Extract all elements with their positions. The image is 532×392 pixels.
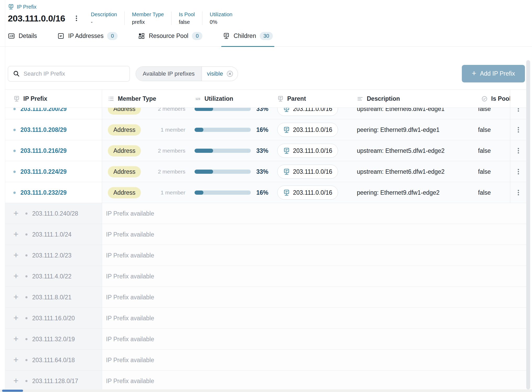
- breadcrumb: IP IP Prefix: [8, 4, 524, 10]
- numeric-icon: 123: [195, 96, 201, 102]
- id-card-icon: A: [8, 32, 15, 40]
- available-prefix-row: +203.111.1.0/24IP Prefix available: [5, 224, 526, 245]
- status-dot: [25, 317, 27, 319]
- add-available-prefix-button[interactable]: +: [13, 292, 19, 301]
- svg-text:IP: IP: [279, 97, 281, 99]
- title-menu-button[interactable]: [73, 14, 80, 22]
- svg-text:IP: IP: [60, 35, 62, 37]
- svg-text:IP: IP: [15, 97, 18, 99]
- filter-chip-name: Available IP prefixes: [136, 67, 202, 81]
- member-type-badge: Address: [108, 166, 141, 177]
- horizontal-scrollbar-thumb[interactable]: [2, 390, 23, 392]
- available-prefix-row: +203.111.4.0/22IP Prefix available: [5, 266, 526, 287]
- utilization-bar: [195, 108, 251, 111]
- status-dot: [25, 359, 27, 361]
- check-circle-icon: [481, 96, 488, 102]
- tab-ip-addresses[interactable]: IP IP Addresses 0: [57, 32, 118, 46]
- ip-prefix-icon: IP: [283, 147, 290, 154]
- status-dot: [13, 150, 16, 152]
- available-cell: IP Prefix available: [102, 350, 526, 371]
- tab-count-badge: 0: [107, 32, 118, 40]
- add-available-prefix-button[interactable]: +: [13, 209, 19, 217]
- status-dot: [25, 275, 27, 277]
- row-menu-button[interactable]: [515, 108, 522, 113]
- status-dot: [13, 108, 16, 110]
- available-prefix-label: 203.111.128.0/17: [32, 378, 78, 385]
- page-title: 203.111.0.0/16: [8, 13, 65, 24]
- prefix-link[interactable]: 203.111.0.224/29: [20, 168, 67, 175]
- available-prefix-label: 203.111.16.0/20: [32, 315, 75, 322]
- remove-filter-icon[interactable]: [226, 70, 234, 77]
- prefix-link[interactable]: 203.111.0.200/29: [20, 108, 67, 113]
- tab-children[interactable]: IP Children 30: [223, 32, 273, 46]
- row-menu-button[interactable]: [515, 189, 522, 197]
- plus-icon: +: [472, 69, 476, 77]
- available-prefix-row: +203.111.0.240/28IP Prefix available: [5, 203, 526, 224]
- children-table: IP IP Prefix Member Type 123 Utilization…: [5, 89, 526, 391]
- is-pool-cell: false: [473, 182, 510, 203]
- add-available-prefix-button[interactable]: +: [13, 250, 19, 259]
- horizontal-scrollbar-track: [0, 389, 532, 392]
- row-menu-button[interactable]: [515, 147, 522, 155]
- add-available-prefix-button[interactable]: +: [13, 334, 19, 343]
- column-header-member-type[interactable]: Member Type: [102, 90, 191, 108]
- ip-prefix-icon: IP: [283, 108, 290, 113]
- parent-prefix-pill[interactable]: IP203.111.0.0/16: [277, 186, 338, 200]
- column-header-actions: [510, 90, 526, 108]
- add-available-prefix-button[interactable]: +: [13, 355, 19, 364]
- tab-details[interactable]: A Details: [8, 32, 37, 46]
- tab-resource-pool[interactable]: Resource Pool 0: [138, 32, 202, 46]
- parent-prefix-pill[interactable]: IP203.111.0.0/16: [277, 144, 338, 158]
- svg-text:IP: IP: [225, 34, 228, 36]
- add-ip-prefix-button[interactable]: + Add IP Prefix: [462, 65, 525, 82]
- description-cell: upstream: Ethernet6.dfw1-edge2: [352, 161, 473, 182]
- prefix-row: 203.111.0.224/29Address2 members33%IP203…: [5, 161, 526, 182]
- description-cell: peering: Ethernet9.dfw1-edge1: [352, 119, 473, 140]
- column-header-is-pool[interactable]: Is Pool: [473, 90, 510, 108]
- stat-member-type: Member Type prefix: [124, 12, 171, 25]
- svg-text:IP: IP: [285, 191, 288, 193]
- parent-prefix-label: 203.111.0.0/16: [293, 168, 332, 175]
- is-pool-cell: false: [473, 119, 510, 140]
- stat-description: Description -: [86, 12, 124, 25]
- prefix-link[interactable]: 203.111.0.232/29: [20, 189, 67, 196]
- column-header-description[interactable]: Description: [352, 90, 473, 108]
- description-cell: upstream: Ethernet5.dfw1-edge2: [352, 140, 473, 161]
- row-menu-button[interactable]: [515, 126, 522, 134]
- column-header-parent[interactable]: IP Parent: [273, 90, 352, 108]
- filter-chip[interactable]: Available IP prefixes visible: [136, 66, 238, 81]
- member-type-badge: Address: [108, 187, 141, 198]
- utilization-value: 33%: [251, 147, 268, 154]
- row-menu-button[interactable]: [515, 168, 522, 176]
- ip-prefix-icon: IP: [283, 189, 290, 196]
- add-available-prefix-button[interactable]: +: [13, 229, 19, 238]
- breadcrumb-label: IP Prefix: [17, 4, 36, 10]
- member-count: 2 members: [158, 169, 185, 175]
- filter-chip-value: visible: [207, 70, 223, 77]
- svg-text:123: 123: [195, 97, 200, 100]
- title-row: 203.111.0.0/16 Description - Member Type…: [8, 12, 524, 25]
- utilization-value: 16%: [251, 126, 268, 133]
- vertical-scrollbar-thumb[interactable]: [526, 60, 530, 389]
- prefix-link[interactable]: 203.111.0.208/29: [20, 126, 67, 133]
- available-prefix-row: +203.111.8.0/21IP Prefix available: [5, 287, 526, 308]
- svg-text:IP: IP: [10, 5, 12, 7]
- available-prefix-row: +203.111.16.0/20IP Prefix available: [5, 308, 526, 329]
- prefix-link[interactable]: 203.111.0.216/29: [20, 147, 67, 154]
- table-body: 203.111.0.200/29Address2 members33%IP203…: [5, 108, 526, 391]
- parent-prefix-pill[interactable]: IP203.111.0.0/16: [277, 123, 338, 137]
- available-prefix-row: +203.111.32.0/19IP Prefix available: [5, 329, 526, 350]
- add-available-prefix-button[interactable]: +: [13, 271, 19, 280]
- parent-prefix-pill[interactable]: IP203.111.0.0/16: [277, 108, 338, 116]
- parent-prefix-pill[interactable]: IP203.111.0.0/16: [277, 165, 338, 179]
- column-header-utilization[interactable]: 123 Utilization: [191, 90, 273, 108]
- search-input[interactable]: [24, 70, 125, 77]
- member-count: 2 members: [158, 108, 185, 112]
- parent-prefix-label: 203.111.0.0/16: [293, 108, 332, 113]
- available-cell: IP Prefix available: [102, 287, 526, 308]
- status-dot: [25, 338, 27, 340]
- add-available-prefix-button[interactable]: +: [13, 376, 19, 385]
- column-header-ip-prefix[interactable]: IP IP Prefix: [5, 90, 102, 108]
- svg-text:A: A: [9, 35, 11, 37]
- add-available-prefix-button[interactable]: +: [13, 313, 19, 322]
